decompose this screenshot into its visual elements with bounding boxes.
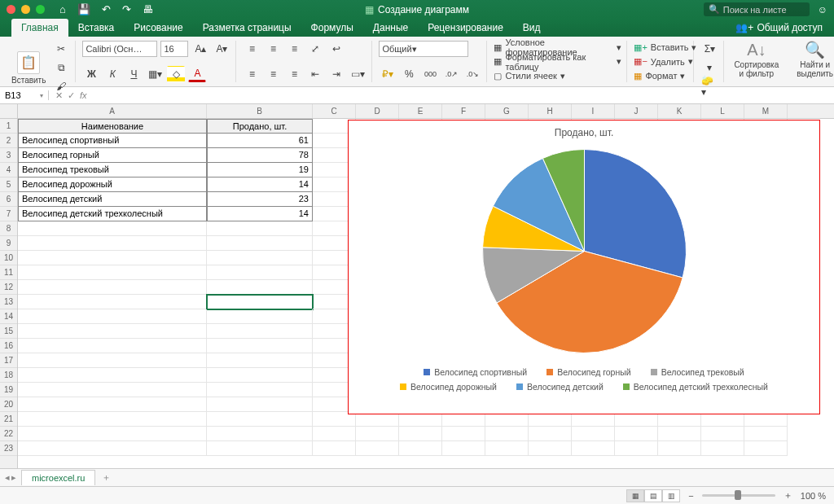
cell-A14[interactable] bbox=[18, 309, 207, 324]
tab-вид[interactable]: Вид bbox=[513, 19, 551, 37]
cell-H23[interactable] bbox=[529, 441, 572, 456]
indent-dec-icon[interactable]: ⇤ bbox=[306, 66, 324, 82]
col-header-H[interactable]: H bbox=[529, 104, 572, 118]
cell-B12[interactable] bbox=[207, 280, 313, 295]
row-header-2[interactable]: 2 bbox=[0, 134, 17, 148]
fx-icon[interactable]: fx bbox=[80, 90, 87, 101]
cell-A10[interactable] bbox=[18, 251, 207, 265]
cell-F22[interactable] bbox=[442, 427, 485, 441]
row-header-13[interactable]: 13 bbox=[0, 295, 17, 309]
select-all-triangle[interactable] bbox=[0, 104, 17, 119]
view-normal[interactable]: ▦ bbox=[626, 489, 644, 502]
redo-icon[interactable]: ↷ bbox=[122, 3, 131, 15]
col-header-M[interactable]: M bbox=[744, 104, 788, 118]
undo-icon[interactable]: ↶ bbox=[102, 3, 111, 15]
cell-E22[interactable] bbox=[399, 427, 442, 441]
cell-B4[interactable]: 19 bbox=[207, 163, 313, 177]
cell-B5[interactable]: 14 bbox=[207, 177, 313, 192]
cut-icon[interactable]: ✂ bbox=[52, 41, 70, 57]
row-header-1[interactable]: 1 bbox=[0, 119, 17, 134]
row-header-4[interactable]: 4 bbox=[0, 163, 17, 177]
row-header-22[interactable]: 22 bbox=[0, 427, 17, 441]
underline-button[interactable]: Ч bbox=[125, 66, 143, 82]
row-header-9[interactable]: 9 bbox=[0, 236, 17, 251]
cell-I23[interactable] bbox=[572, 441, 615, 456]
indent-inc-icon[interactable]: ⇥ bbox=[327, 66, 345, 82]
next-sheet-icon[interactable]: ▸ bbox=[11, 472, 16, 483]
row-header-3[interactable]: 3 bbox=[0, 148, 17, 163]
cell-B19[interactable] bbox=[207, 383, 313, 397]
name-box[interactable]: B13▾ bbox=[0, 90, 49, 100]
bold-button[interactable]: Ж bbox=[82, 66, 100, 82]
legend-item-4[interactable]: Велосипед детский bbox=[516, 382, 604, 392]
thousands-icon[interactable]: 000 bbox=[421, 66, 439, 82]
cell-B10[interactable] bbox=[207, 251, 313, 265]
col-header-A[interactable]: A bbox=[18, 104, 207, 118]
cell-A9[interactable] bbox=[18, 236, 207, 251]
sum-icon[interactable]: Σ▾ bbox=[700, 41, 718, 57]
fill-icon[interactable]: ▾ bbox=[700, 59, 718, 76]
percent-icon[interactable]: % bbox=[400, 66, 418, 82]
zoom-slider[interactable] bbox=[702, 494, 775, 497]
tab-разметка страницы[interactable]: Разметка страницы bbox=[193, 19, 301, 37]
row-header-15[interactable]: 15 bbox=[0, 324, 17, 339]
tab-вставка[interactable]: Вставка bbox=[68, 19, 125, 37]
tab-формулы[interactable]: Формулы bbox=[301, 19, 363, 37]
cell-A20[interactable] bbox=[18, 397, 207, 412]
user-icon[interactable]: ☺ bbox=[818, 4, 827, 15]
cell-A16[interactable] bbox=[18, 339, 207, 353]
cell-B17[interactable] bbox=[207, 353, 313, 368]
number-format-select[interactable]: Общий ▾ bbox=[379, 41, 468, 57]
cell-M23[interactable] bbox=[744, 441, 788, 456]
cell-B2[interactable]: 61 bbox=[207, 134, 313, 148]
cell-B22[interactable] bbox=[207, 427, 313, 441]
tab-главная[interactable]: Главная bbox=[11, 19, 68, 37]
row-header-10[interactable]: 10 bbox=[0, 251, 17, 265]
minimize-window[interactable] bbox=[21, 5, 30, 14]
inc-dec-icon[interactable]: .0↗ bbox=[442, 66, 460, 82]
find-button[interactable]: 🔍 Найти и выделить bbox=[793, 41, 834, 78]
cell-B15[interactable] bbox=[207, 324, 313, 339]
tab-данные[interactable]: Данные bbox=[363, 19, 418, 37]
cell-A13[interactable] bbox=[18, 295, 207, 309]
cell-B21[interactable] bbox=[207, 412, 313, 427]
col-header-J[interactable]: J bbox=[615, 104, 658, 118]
as-table-button[interactable]: ▦Форматировать как таблицу ▾ bbox=[494, 55, 621, 68]
cell-B1[interactable]: Продано, шт. bbox=[207, 119, 313, 134]
align-right-icon[interactable]: ≡ bbox=[285, 66, 303, 82]
cell-K23[interactable] bbox=[658, 441, 701, 456]
row-header-17[interactable]: 17 bbox=[0, 353, 17, 368]
insert-cells-button[interactable]: ▦+Вставить ▾ bbox=[634, 41, 688, 54]
legend-item-2[interactable]: Велосипед трековый bbox=[651, 367, 744, 377]
row-header-23[interactable]: 23 bbox=[0, 441, 17, 456]
cell-A12[interactable] bbox=[18, 280, 207, 295]
cell-G23[interactable] bbox=[485, 441, 529, 456]
col-header-G[interactable]: G bbox=[485, 104, 529, 118]
row-header-7[interactable]: 7 bbox=[0, 207, 17, 221]
cell-L22[interactable] bbox=[701, 427, 744, 441]
cell-A22[interactable] bbox=[18, 427, 207, 441]
row-header-5[interactable]: 5 bbox=[0, 177, 17, 192]
cell-A17[interactable] bbox=[18, 353, 207, 368]
row-header-11[interactable]: 11 bbox=[0, 265, 17, 280]
cell-A2[interactable]: Велосипед спортивный bbox=[18, 134, 207, 148]
col-header-I[interactable]: I bbox=[572, 104, 615, 118]
cell-C22[interactable] bbox=[313, 427, 356, 441]
cell-A4[interactable]: Велосипед трековый bbox=[18, 163, 207, 177]
cell-M22[interactable] bbox=[744, 427, 788, 441]
cell-J22[interactable] bbox=[615, 427, 658, 441]
legend-item-0[interactable]: Велосипед спортивный bbox=[424, 367, 527, 377]
col-header-B[interactable]: B bbox=[207, 104, 313, 118]
cell-B20[interactable] bbox=[207, 397, 313, 412]
cell-A5[interactable]: Велосипед дорожный bbox=[18, 177, 207, 192]
align-top-icon[interactable]: ≡ bbox=[243, 41, 261, 57]
italic-button[interactable]: К bbox=[103, 66, 121, 82]
print-icon[interactable]: 🖶 bbox=[143, 3, 153, 15]
cell-B3[interactable]: 78 bbox=[207, 148, 313, 163]
cell-B23[interactable] bbox=[207, 441, 313, 456]
copy-icon[interactable]: ⧉ bbox=[52, 59, 70, 76]
cell-H22[interactable] bbox=[529, 427, 572, 441]
merge-icon[interactable]: ▭▾ bbox=[349, 66, 367, 82]
format-cells-button[interactable]: ▦Формат ▾ bbox=[634, 69, 688, 82]
cell-G22[interactable] bbox=[485, 427, 529, 441]
